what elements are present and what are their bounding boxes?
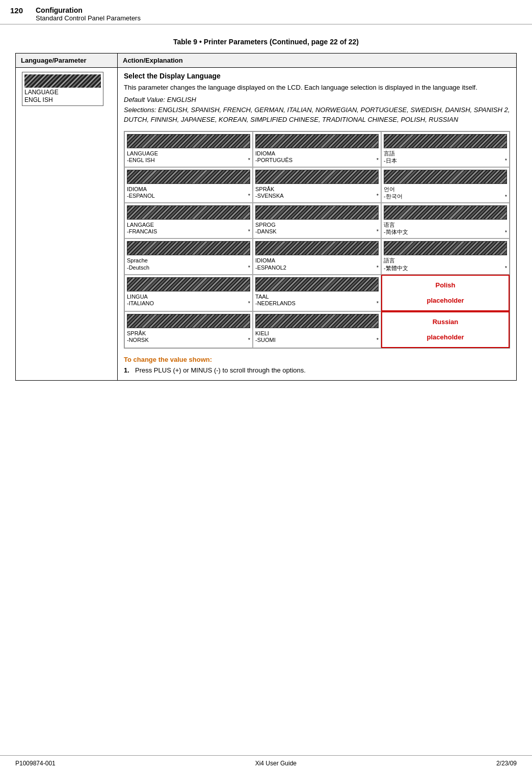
lang-value-6: -FRANCAIS	[127, 228, 157, 234]
lang-cell-11: 語言 -繁體中文 *	[381, 238, 510, 274]
lang-cell-17: Russian placeholder	[381, 311, 510, 348]
lang-star-5: *	[505, 194, 507, 200]
action-cell: Select the Display Language This paramet…	[118, 68, 517, 381]
change-step-1: 1. Press PLUS (+) or MINUS (-) to scroll…	[124, 366, 510, 374]
lang-cell-14: Polish placeholder	[381, 275, 510, 311]
footer-center: Xi4 User Guide	[255, 760, 297, 767]
lang-star-0: *	[248, 157, 250, 163]
lang-star-6: *	[248, 228, 250, 234]
lcd-stripes-graphic	[24, 74, 101, 88]
lang-value-row-16: -SUOMI *	[255, 337, 379, 343]
footer-right: 2/23/09	[496, 760, 517, 767]
lang-cell-6: LANGAGE -FRANCAIS *	[124, 203, 253, 238]
lang-value-15: -NORSK	[127, 337, 149, 343]
lang-cell-7: SPROG -DANSK *	[253, 203, 381, 238]
lang-label-11: 語言	[384, 257, 507, 264]
lang-label-7: SPROG	[255, 221, 379, 228]
header-text: Configuration Standard Control Panel Par…	[36, 6, 141, 22]
lang-value-10: -ESPANOL2	[255, 264, 286, 271]
lang-param-cell: LANGUAGE ENGL ISH	[16, 68, 118, 381]
lang-cell-0: LANGUAGE -ENGL ISH *	[124, 131, 253, 167]
change-value-title: To change the value shown:	[124, 356, 510, 363]
lang-star-15: *	[248, 337, 250, 343]
lang-cell-10: IDIOMA -ESPANOL2 *	[253, 238, 381, 274]
lang-label-16: KIELI	[255, 330, 379, 337]
lang-star-16: *	[377, 337, 379, 343]
lang-star-10: *	[377, 264, 379, 271]
lang-cell-16: KIELI -SUOMI *	[253, 311, 381, 348]
lang-label-1: IDIOMA	[255, 150, 379, 157]
mini-lcd-8	[384, 205, 507, 220]
lang-label-10: IDIOMA	[255, 257, 379, 264]
default-val: ENGLISH	[167, 96, 196, 103]
lang-star-9: *	[248, 264, 250, 271]
default-label: Default Value:	[124, 96, 165, 103]
page-container: 120 Configuration Standard Control Panel…	[0, 0, 532, 771]
lang-value-5: -한국어	[384, 193, 403, 200]
lang-star-8: *	[505, 229, 507, 235]
lang-value-row-8: -简体中文 *	[384, 228, 507, 236]
mini-lcd-11	[384, 241, 507, 255]
step1-num: 1.	[124, 366, 132, 374]
default-value: Default Value: ENGLISH	[124, 96, 510, 103]
lang-star-12: *	[248, 300, 250, 306]
lang-label-0: LANGUAGE	[127, 150, 250, 157]
lang-star-3: *	[248, 193, 250, 199]
placeholder-text-17: Russian placeholder	[384, 314, 507, 345]
lang-value-row-12: -ITALIANО *	[127, 300, 250, 306]
header-title: Configuration	[36, 6, 141, 14]
change-value-steps: 1. Press PLUS (+) or MINUS (-) to scroll…	[124, 366, 510, 374]
lang-cell-13: TAAL -NEDERLANDS *	[253, 275, 381, 311]
page-header: 120 Configuration Standard Control Panel…	[0, 0, 532, 24]
lang-label-6: LANGAGE	[127, 221, 250, 228]
lang-cell-12: LINGUA -ITALIANО *	[124, 275, 253, 311]
lang-star-4: *	[377, 193, 379, 199]
lang-screens-grid: LANGUAGE -ENGL ISH * IDIOMA -PORTUGUÊS *…	[124, 131, 510, 349]
lang-value-row-2: -日本 *	[384, 157, 507, 165]
mini-lcd-15	[127, 314, 250, 328]
col-header-lang: Language/Parameter	[16, 54, 118, 68]
lang-cell-3: IDIOMA -ESPANOL *	[124, 167, 253, 203]
lang-value-row-10: -ESPANOL2 *	[255, 264, 379, 271]
lang-label-3: IDIOMA	[127, 185, 250, 193]
action-title: Select the Display Language	[124, 72, 510, 80]
lang-label-4: SPRÅK	[255, 185, 379, 193]
lang-value-13: -NEDERLANDS	[255, 300, 296, 306]
lang-value-row-1: -PORTUGUÊS *	[255, 157, 379, 163]
lang-label-15: SPRÅK	[127, 330, 250, 337]
main-content: Table 9 • Printer Parameters (Continued,…	[0, 26, 532, 755]
lang-label-5: 언어	[384, 185, 507, 193]
lang-value-7: -DANSK	[255, 228, 277, 234]
step1-text: Press PLUS (+) or MINUS (-) to scroll th…	[135, 366, 306, 374]
mini-lcd-2	[384, 134, 507, 148]
lang-star-7: *	[377, 228, 379, 234]
lang-label-8: 语言	[384, 221, 507, 228]
mini-lcd-16	[255, 314, 379, 328]
lang-value-row-3: -ESPANOL *	[127, 193, 250, 199]
mini-lcd-9	[127, 241, 250, 255]
mini-lcd-12	[127, 277, 250, 291]
lang-value-12: -ITALIANО	[127, 300, 154, 306]
table-title: Table 9 • Printer Parameters (Continued,…	[15, 38, 517, 49]
header-subtitle: Standard Control Panel Parameters	[36, 14, 141, 22]
selections-val: ENGLISH, SPANISH, FRENCH, GERMAN, ITALIA…	[124, 106, 510, 123]
page-number: 120	[10, 6, 29, 15]
lang-value-1: -PORTUGUÊS	[255, 157, 292, 163]
selections-label: Selections:	[124, 106, 156, 114]
lang-value-row-0: -ENGL ISH *	[127, 157, 250, 163]
lang-value-row-15: -NORSK *	[127, 337, 250, 343]
lang-value-9: -Deutsch	[127, 264, 149, 271]
lang-star-11: *	[505, 265, 507, 271]
col-header-action: Action/Explanation	[118, 54, 517, 68]
lang-value-3: -ESPANOL	[127, 193, 155, 199]
lcd-label: LANGUAGE	[24, 89, 101, 96]
lang-label-9: Sprache	[127, 257, 250, 264]
lcd-value: ENGL ISH	[24, 96, 101, 103]
mini-lcd-6	[127, 205, 250, 220]
placeholder-text-14: Polish placeholder	[384, 278, 507, 308]
lcd-panel: LANGUAGE ENGL ISH	[22, 72, 103, 106]
mini-lcd-4	[255, 170, 379, 184]
lcd-stripe	[24, 74, 101, 88]
lang-value-row-6: -FRANCAIS *	[127, 228, 250, 234]
lang-value-0: -ENGL ISH	[127, 157, 155, 163]
